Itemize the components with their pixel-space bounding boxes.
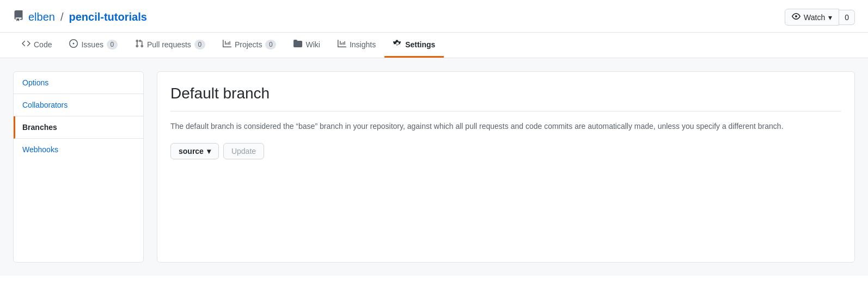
watch-count[interactable]: 0 bbox=[839, 10, 855, 25]
watch-dropdown-icon: ▾ bbox=[828, 13, 832, 22]
watch-button[interactable]: Watch ▾ bbox=[785, 9, 839, 26]
repo-title: elben / pencil-tutorials bbox=[13, 10, 147, 24]
sidebar-item-collaborators[interactable]: Collaborators bbox=[14, 94, 143, 116]
tab-code[interactable]: Code bbox=[13, 33, 60, 58]
main-content: Default branch The default branch is con… bbox=[157, 71, 855, 263]
sidebar-item-options[interactable]: Options bbox=[14, 72, 143, 94]
tab-pr-label: Pull requests bbox=[147, 40, 191, 49]
section-divider bbox=[170, 111, 841, 111]
wiki-icon bbox=[294, 39, 302, 49]
content-area: Options Collaborators Branches Webhooks … bbox=[0, 58, 868, 276]
issues-badge: 0 bbox=[107, 40, 118, 49]
branch-controls: source ▾ Update bbox=[170, 143, 841, 159]
code-icon bbox=[22, 39, 30, 49]
tab-issues[interactable]: Issues 0 bbox=[60, 33, 126, 58]
section-description: The default branch is considered the “ba… bbox=[170, 120, 841, 132]
source-branch-button[interactable]: source ▾ bbox=[170, 143, 219, 159]
tab-settings[interactable]: Settings bbox=[384, 33, 444, 58]
tab-wiki[interactable]: Wiki bbox=[285, 33, 328, 58]
source-branch-label: source bbox=[179, 147, 204, 156]
sidebar-collaborators-label: Collaborators bbox=[22, 101, 68, 109]
repo-name[interactable]: pencil-tutorials bbox=[69, 11, 147, 23]
tab-issues-label: Issues bbox=[81, 40, 103, 49]
settings-icon bbox=[393, 39, 402, 49]
pr-icon bbox=[135, 39, 144, 49]
watch-eye-icon bbox=[792, 12, 800, 22]
sidebar-options-label: Options bbox=[22, 78, 48, 87]
source-dropdown-icon: ▾ bbox=[207, 147, 211, 156]
repo-separator: / bbox=[60, 11, 64, 23]
section-title: Default branch bbox=[170, 85, 841, 102]
sidebar-item-branches[interactable]: Branches bbox=[14, 116, 143, 139]
update-button[interactable]: Update bbox=[223, 143, 264, 159]
projects-badge: 0 bbox=[265, 40, 276, 49]
repo-header: elben / pencil-tutorials Watch ▾ 0 bbox=[0, 0, 868, 33]
sidebar-branches-label: Branches bbox=[22, 123, 57, 132]
repo-nav: Code Issues 0 Pull requests 0 Projects 0 bbox=[0, 33, 868, 58]
tab-projects[interactable]: Projects 0 bbox=[214, 33, 285, 58]
settings-sidebar: Options Collaborators Branches Webhooks bbox=[13, 71, 144, 263]
page-wrapper: elben / pencil-tutorials Watch ▾ 0 Code bbox=[0, 0, 868, 298]
sidebar-item-webhooks[interactable]: Webhooks bbox=[14, 139, 143, 160]
tab-projects-label: Projects bbox=[235, 40, 262, 49]
tab-settings-label: Settings bbox=[405, 40, 435, 49]
insights-icon bbox=[338, 39, 346, 49]
pr-badge: 0 bbox=[194, 40, 205, 49]
tab-insights-label: Insights bbox=[350, 40, 376, 49]
tab-wiki-label: Wiki bbox=[305, 40, 320, 49]
tab-code-label: Code bbox=[34, 40, 52, 49]
repo-icon bbox=[13, 10, 24, 24]
tab-insights[interactable]: Insights bbox=[329, 33, 384, 58]
issues-icon bbox=[69, 39, 78, 49]
projects-icon bbox=[223, 39, 231, 49]
tab-pull-requests[interactable]: Pull requests 0 bbox=[126, 33, 214, 58]
repo-owner[interactable]: elben bbox=[28, 11, 55, 23]
watch-label: Watch bbox=[804, 13, 825, 22]
header-actions: Watch ▾ 0 bbox=[785, 9, 855, 26]
sidebar-webhooks-label: Webhooks bbox=[22, 145, 58, 154]
